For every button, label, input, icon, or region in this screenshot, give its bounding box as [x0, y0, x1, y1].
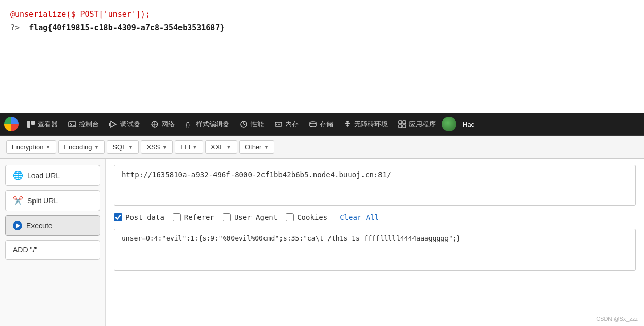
cookies-label: Cookies	[297, 213, 327, 221]
clear-all-button[interactable]: Clear All	[340, 213, 379, 221]
devtools-tab-console[interactable]: 控制台	[64, 117, 103, 131]
svg-point-14	[310, 122, 316, 124]
load-url-button[interactable]: 🌐 Load URL	[5, 165, 100, 186]
toolbar: Encryption ▼ Encoding ▼ SQL ▼ XSS ▼ LFI …	[0, 136, 644, 159]
post-data-checkbox-label[interactable]: Post data	[114, 213, 164, 221]
devtools-tab-debugger[interactable]: 调试器	[105, 117, 144, 131]
php-arrow: ?>	[10, 23, 24, 32]
devtools-tab-memory[interactable]: 内存	[270, 117, 303, 131]
execute-button[interactable]: Execute	[5, 215, 100, 236]
flag-value: flag{40f19815-c18b-4309-a7c8-354eb353168…	[29, 23, 224, 32]
cookies-checkbox[interactable]	[286, 213, 294, 221]
post-data-input[interactable]	[114, 229, 636, 271]
user-agent-checkbox-label[interactable]: User Agent	[223, 213, 277, 221]
cookies-checkbox-label[interactable]: Cookies	[286, 213, 327, 221]
devtools-logo	[4, 117, 19, 131]
toolbar-sql-btn[interactable]: SQL ▼	[107, 140, 139, 154]
toolbar-other-btn[interactable]: Other ▼	[239, 140, 274, 154]
devtools-hac-icon[interactable]	[442, 117, 456, 131]
code-area: @unserialize($_POST['unser']); ?> flag{4…	[0, 0, 644, 113]
devtools-tab-accessibility[interactable]: 无障碍环境	[339, 117, 392, 131]
sidebar: 🌐 Load URL ✂️ Split URL Execute ADD "/"	[0, 159, 106, 326]
devtools-tab-storage[interactable]: 存储	[305, 117, 337, 131]
checkbox-row: Post data Referer User Agent Cookies Cle…	[114, 211, 636, 224]
devtools-tab-inspector[interactable]: 查看器	[23, 117, 62, 131]
toolbar-encoding-btn[interactable]: Encoding ▼	[58, 140, 105, 154]
toolbar-lfi-btn[interactable]: LFI ▼	[175, 140, 203, 154]
svg-point-15	[346, 121, 349, 123]
watermark: CSDN @Sx_zzz	[596, 316, 638, 322]
toolbar-xxe-btn[interactable]: XXE ▼	[205, 140, 237, 154]
devtools-tab-hac[interactable]: Hac	[458, 118, 478, 130]
svg-rect-0	[27, 121, 30, 128]
toolbar-encryption-btn[interactable]: Encryption ▼	[6, 140, 56, 154]
user-agent-label: User Agent	[234, 213, 277, 221]
svg-marker-4	[111, 121, 116, 127]
svg-text:{}: {}	[186, 121, 190, 128]
devtools-tab-performance[interactable]: 性能	[236, 117, 268, 131]
post-data-label: Post data	[125, 213, 164, 221]
devtools-tab-style-editor[interactable]: {} 样式编辑器	[181, 117, 234, 131]
split-url-icon: ✂️	[13, 196, 23, 205]
add-slash-button[interactable]: ADD "/"	[5, 240, 100, 260]
code-line-1: @unserialize($_POST['unser']);	[10, 8, 634, 22]
user-agent-checkbox[interactable]	[223, 213, 231, 221]
svg-rect-1	[31, 121, 35, 125]
split-url-button[interactable]: ✂️ Split URL	[5, 190, 100, 211]
referer-checkbox-label[interactable]: Referer	[173, 213, 214, 221]
devtools-tab-application[interactable]: 应用程序	[394, 117, 440, 131]
devtools-tab-network[interactable]: 网络	[146, 117, 179, 131]
post-data-checkbox[interactable]	[114, 213, 122, 221]
svg-rect-19	[403, 125, 406, 128]
code-line-2: ?> flag{40f19815-c18b-4309-a7c8-354eb353…	[10, 22, 634, 35]
toolbar-xss-btn[interactable]: XSS ▼	[141, 140, 173, 154]
devtools-bar: 查看器 控制台 调试器 网络 {} 样式编辑器 性能 内存 存储 无障碍环境 应…	[0, 113, 644, 136]
load-url-icon: 🌐	[13, 170, 23, 180]
referer-label: Referer	[184, 213, 214, 221]
referer-checkbox[interactable]	[173, 213, 181, 221]
url-input[interactable]	[114, 165, 636, 206]
svg-rect-18	[399, 125, 402, 128]
php-code: @unserialize($_POST['unser']);	[10, 10, 150, 19]
right-panel: Post data Referer User Agent Cookies Cle…	[106, 159, 644, 326]
main-content: 🌐 Load URL ✂️ Split URL Execute ADD "/" …	[0, 159, 644, 326]
svg-rect-16	[399, 121, 402, 124]
svg-rect-17	[403, 121, 406, 124]
execute-icon	[13, 221, 22, 230]
